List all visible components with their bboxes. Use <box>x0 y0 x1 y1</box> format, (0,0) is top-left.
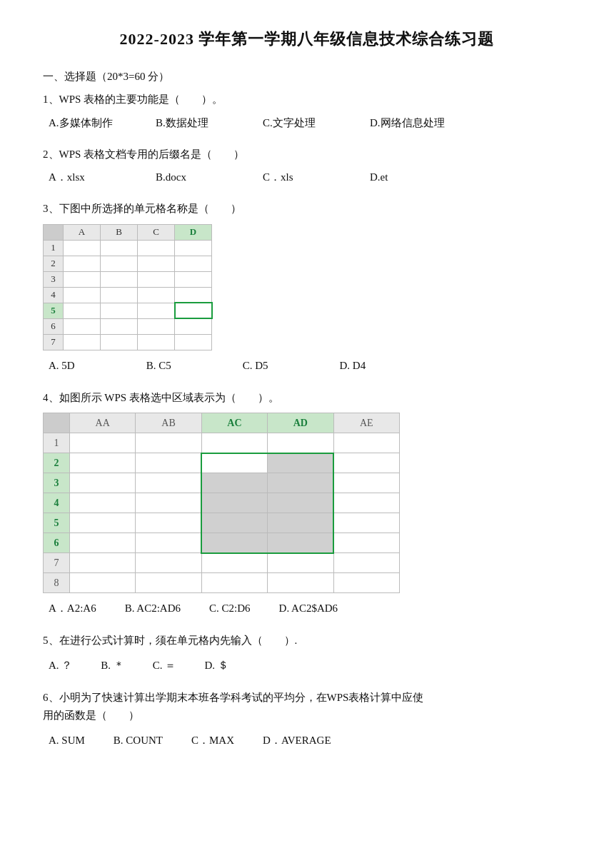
q2-opt-d: D.et <box>370 168 456 187</box>
q4-opt-a: A．A2:A6 <box>49 597 96 619</box>
q2-text: 2、WPS 表格文档专用的后缀名是（ ） <box>43 146 571 164</box>
q6-text: 6、小明为了快速计算出学期末本班各学科考试的平均分，在WPS表格计算中应使用的函… <box>43 689 571 725</box>
q4-col-ad: AD <box>268 413 333 433</box>
q4-row-4: 4 <box>44 493 400 513</box>
q5-text: 5、在进行公式计算时，须在单元格内先输入（ ）. <box>43 632 571 650</box>
q4-opt-b: B. AC2:AD6 <box>125 597 181 619</box>
q3-row-1: 1 <box>44 240 64 256</box>
q1-text: 1、WPS 表格的主要功能是（ ）。 <box>43 91 571 109</box>
q4-col-aa: AA <box>69 413 135 433</box>
q5-opt-d: D. ＄ <box>204 655 228 676</box>
q6-opt-b: B. COUNT <box>114 730 163 751</box>
q3-options: A. 5D B. C5 C. D5 D. D4 <box>43 355 571 376</box>
q4-col-ae: AE <box>333 413 399 433</box>
page-title: 2022-2023 学年第一学期八年级信息技术综合练习题 <box>43 29 571 50</box>
q4-row-3: 3 <box>44 473 400 493</box>
question-6: 6、小明为了快速计算出学期末本班各学科考试的平均分，在WPS表格计算中应使用的函… <box>43 689 571 751</box>
question-1: 1、WPS 表格的主要功能是（ ）。 A.多媒体制作 B.数据处理 C.文字处理… <box>43 91 571 133</box>
q5-options: A. ？ B. ＊ C. ＝ D. ＄ <box>43 655 571 676</box>
q2-opt-b: B.docx <box>156 168 241 187</box>
q4-row-8: 8 <box>44 573 400 593</box>
question-4: 4、如图所示 WPS 表格选中区域表示为（ ）。 AA AB AC AD AE … <box>43 389 571 620</box>
q4-row-1: 1 <box>44 433 400 453</box>
q3-col-c: C <box>138 224 175 240</box>
q4-text: 4、如图所示 WPS 表格选中区域表示为（ ）。 <box>43 389 571 408</box>
q3-opt-a: A. 5D <box>49 355 75 376</box>
q3-col-d: D <box>175 224 212 240</box>
q5-opt-a: A. ？ <box>49 655 72 676</box>
q4-row-5: 5 <box>44 513 400 533</box>
q1-opt-b: B.数据处理 <box>156 113 241 133</box>
q4-row-2: 2 <box>44 453 400 473</box>
q3-opt-b: B. C5 <box>146 355 171 376</box>
q3-text: 3、下图中所选择的单元格名称是（ ） <box>43 200 571 218</box>
question-5: 5、在进行公式计算时，须在单元格内先输入（ ）. A. ？ B. ＊ C. ＝ … <box>43 632 571 676</box>
q2-options: A．xlsx B.docx C．xls D.et <box>43 168 571 187</box>
q3-opt-c: C. D5 <box>243 355 268 376</box>
q4-col-ab: AB <box>136 413 201 433</box>
q5-opt-c: C. ＝ <box>153 655 176 676</box>
question-3: 3、下图中所选择的单元格名称是（ ） A B C D 1 2 3 <box>43 200 571 376</box>
q6-opt-a: A. SUM <box>49 730 85 751</box>
q1-options: A.多媒体制作 B.数据处理 C.文字处理 D.网络信息处理 <box>43 113 571 133</box>
q4-row-7: 7 <box>44 553 400 573</box>
q5-opt-b: B. ＊ <box>101 655 124 676</box>
q4-col-ac: AC <box>201 413 267 433</box>
q4-spreadsheet: AA AB AC AD AE 1 2 3 <box>43 413 400 593</box>
q1-opt-a: A.多媒体制作 <box>49 113 134 133</box>
q3-opt-d: D. D4 <box>340 355 366 376</box>
q2-opt-a: A．xlsx <box>49 168 134 187</box>
q2-opt-c: C．xls <box>263 168 348 187</box>
q4-opt-d: D. AC2$AD6 <box>279 597 338 619</box>
q6-options: A. SUM B. COUNT C．MAX D．AVERAGE <box>43 730 571 751</box>
q3-col-b: B <box>101 224 138 240</box>
q3-spreadsheet: A B C D 1 2 3 4 <box>43 224 213 350</box>
q1-opt-d: D.网络信息处理 <box>370 113 456 133</box>
question-2: 2、WPS 表格文档专用的后缀名是（ ） A．xlsx B.docx C．xls… <box>43 146 571 188</box>
q6-opt-c: C．MAX <box>191 730 234 751</box>
section1-title: 一、选择题（20*3=60 分） <box>43 70 571 84</box>
q3-col-a: A <box>64 224 101 240</box>
q4-options: A．A2:A6 B. AC2:AD6 C. C2:D6 D. AC2$AD6 <box>43 597 571 619</box>
q4-row-6: 6 <box>44 533 400 553</box>
q6-opt-d: D．AVERAGE <box>263 730 331 751</box>
q4-opt-c: C. C2:D6 <box>209 597 251 619</box>
q1-opt-c: C.文字处理 <box>263 113 348 133</box>
